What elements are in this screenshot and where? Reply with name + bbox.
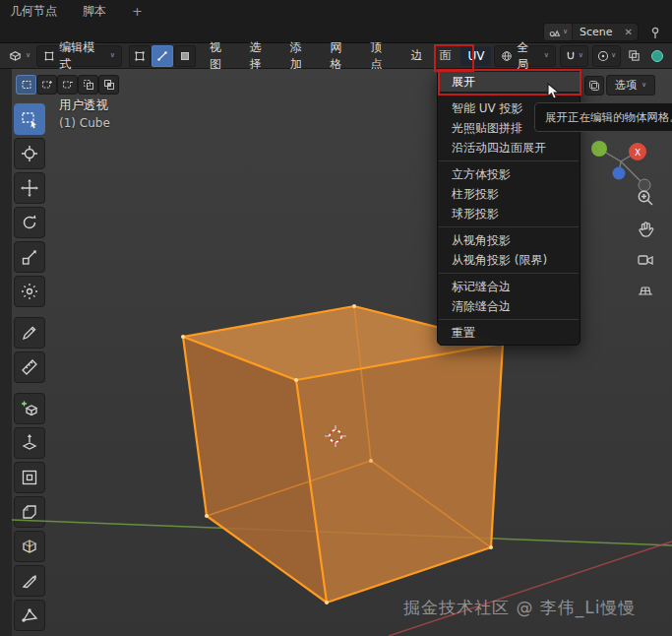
browse-scene-button[interactable]: ∨ bbox=[544, 24, 573, 40]
chevron-down-icon: ∨ bbox=[611, 52, 616, 59]
pin-icon bbox=[648, 26, 662, 39]
perspective-grid-icon bbox=[636, 279, 655, 298]
menu-item-reset[interactable]: 重置 bbox=[438, 323, 580, 343]
select-mode-group bbox=[129, 45, 196, 67]
cube-face-right[interactable] bbox=[296, 344, 503, 603]
menu-separator bbox=[439, 95, 579, 95]
menu-item-project-from-view-bounds[interactable]: 从视角投影 (限界) bbox=[438, 250, 580, 270]
menu-uv[interactable]: UV bbox=[460, 46, 491, 66]
xray-overlap-icon bbox=[628, 49, 641, 62]
add-workspace-button[interactable]: + bbox=[132, 4, 143, 19]
snap-toggle-button[interactable]: ∨ bbox=[560, 45, 588, 67]
chevron-down-icon: ∨ bbox=[26, 52, 31, 59]
menu-item-cube-projection[interactable]: 立方体投影 bbox=[438, 164, 580, 184]
global-orientation-icon bbox=[501, 50, 513, 62]
menu-item-unwrap[interactable]: 展开 bbox=[438, 72, 580, 92]
menu-separator bbox=[439, 160, 579, 161]
menu-separator bbox=[439, 273, 579, 274]
snap-magnet-icon bbox=[565, 50, 577, 62]
edge-select-mode-button[interactable] bbox=[152, 45, 173, 67]
blender-window: 几何节点 脚本 + ∨ Scene ✕ bbox=[0, 0, 672, 636]
menu-item-cylinder-projection[interactable]: 柱形投影 bbox=[438, 184, 580, 204]
menu-item-mark-seam[interactable]: 标记缝合边 bbox=[438, 277, 580, 296]
scene-name-value[interactable]: Scene bbox=[573, 26, 620, 38]
workspace-tab-geometry-nodes[interactable]: 几何节点 bbox=[10, 3, 57, 20]
header-right-cluster: 全局 ∨ ∨ ∨ bbox=[494, 45, 667, 67]
camera-icon bbox=[636, 249, 655, 269]
scene-icon bbox=[548, 26, 561, 38]
gizmo-y-axis-ball[interactable] bbox=[591, 141, 607, 157]
menu-item-follow-active-quads[interactable]: 沿活动四边面展开 bbox=[438, 138, 580, 158]
pan-view-button[interactable] bbox=[632, 215, 659, 242]
chevron-down-icon: ∨ bbox=[110, 52, 115, 59]
unlink-scene-button[interactable]: ✕ bbox=[620, 27, 638, 37]
proportional-editing-icon bbox=[597, 50, 609, 62]
menu-item-clear-seam[interactable]: 清除缝合边 bbox=[438, 296, 580, 316]
viewport-shading-button[interactable] bbox=[647, 47, 667, 65]
mode-label: 编辑模式 bbox=[59, 39, 106, 73]
zoom-view-button[interactable] bbox=[632, 184, 659, 212]
proportional-editing-button[interactable]: ∨ bbox=[592, 45, 621, 67]
cube-object[interactable] bbox=[181, 304, 505, 604]
camera-view-button[interactable] bbox=[632, 245, 659, 273]
menu-separator bbox=[439, 319, 579, 320]
viewport-header: ∨ 编辑模式 ∨ bbox=[0, 43, 672, 69]
gizmo-z-axis-ball[interactable] bbox=[613, 167, 626, 180]
menu-face[interactable]: 面 bbox=[432, 44, 458, 67]
menu-item-project-from-view[interactable]: 从视角投影 bbox=[438, 230, 580, 250]
workspace-tab-scripting[interactable]: 脚本 bbox=[83, 3, 106, 20]
3d-viewport[interactable]: 选项 ∨ 用户透视 (1) Cube bbox=[0, 69, 672, 636]
viewport-editor-icon bbox=[8, 48, 23, 63]
xray-toggle-button[interactable] bbox=[625, 47, 643, 64]
toggle-perspective-button[interactable] bbox=[632, 275, 659, 302]
watermark-text: 掘金技术社区 @ 李伟_Li慢慢 bbox=[403, 597, 637, 619]
gizmo-x-label: X bbox=[635, 148, 641, 158]
hand-icon bbox=[636, 219, 655, 238]
chevron-down-icon: ∨ bbox=[563, 29, 568, 35]
orientation-label: 全局 bbox=[517, 39, 539, 73]
shading-sphere-icon bbox=[650, 49, 664, 63]
menu-separator bbox=[439, 226, 579, 227]
edit-mode-icon bbox=[43, 50, 55, 62]
magnifier-plus-icon bbox=[636, 188, 655, 208]
menu-item-sphere-projection[interactable]: 球形投影 bbox=[438, 204, 580, 223]
face-select-mode-button[interactable] bbox=[174, 45, 196, 67]
chevron-down-icon: ∨ bbox=[544, 52, 549, 59]
topbar-tabs-row: 几何节点 脚本 + bbox=[0, 0, 672, 22]
unwrap-tooltip: 展开正在编辑的物体网格。 bbox=[534, 102, 672, 132]
pin-scene-button[interactable] bbox=[646, 24, 664, 41]
mode-selector[interactable]: 编辑模式 ∨ bbox=[36, 45, 122, 67]
scene-selector: ∨ Scene ✕ bbox=[543, 23, 639, 41]
chevron-down-icon: ∨ bbox=[579, 52, 583, 59]
transform-orientation-dropdown[interactable]: 全局 ∨ bbox=[494, 45, 555, 67]
menu-edge[interactable]: 边 bbox=[403, 44, 429, 67]
editor-type-button[interactable]: ∨ bbox=[5, 46, 33, 65]
vertex-select-mode-button[interactable] bbox=[129, 45, 151, 67]
